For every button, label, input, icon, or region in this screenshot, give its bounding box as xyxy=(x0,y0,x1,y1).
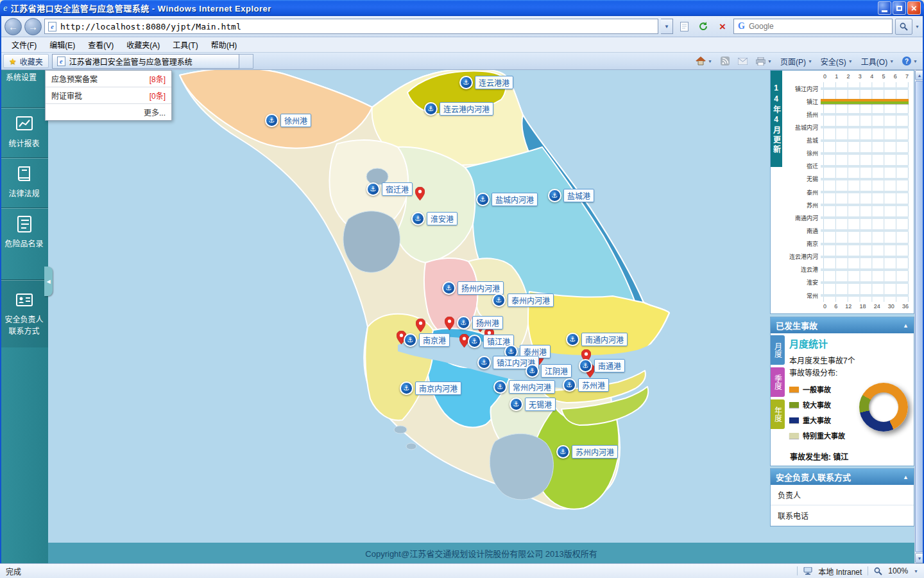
back-button[interactable]: ← xyxy=(4,18,22,35)
port-连云港内河港[interactable]: ⚓连云港内河港 xyxy=(424,102,493,116)
menu-item-E[interactable]: 编辑(E) xyxy=(43,37,81,52)
port-徐州港[interactable]: ⚓徐州港 xyxy=(265,114,311,127)
help-menu-button[interactable]: ?▼ xyxy=(899,54,921,69)
stop-button[interactable]: × xyxy=(714,18,731,35)
zoom-level[interactable]: 100% xyxy=(888,566,908,575)
axis-tick-label: 0 xyxy=(823,303,826,311)
address-field[interactable]: e xyxy=(44,19,658,34)
port-label[interactable]: 常州内河港 xyxy=(509,380,555,394)
contact-row[interactable]: 联系电话 xyxy=(771,505,914,526)
port-label[interactable]: 宿迁港 xyxy=(382,182,413,196)
port-连云港港[interactable]: ⚓连云港港 xyxy=(459,76,513,89)
url-input[interactable] xyxy=(60,22,654,31)
port-泰州内河港[interactable]: ⚓泰州内河港 xyxy=(492,293,554,307)
minimize-button[interactable] xyxy=(878,1,891,15)
port-label[interactable]: 连云港内河港 xyxy=(440,102,493,116)
port-江阴港[interactable]: ⚓江阴港 xyxy=(526,364,572,378)
search-box[interactable]: G xyxy=(733,19,893,34)
port-label[interactable]: 南通港 xyxy=(594,359,625,372)
search-go-button[interactable] xyxy=(895,19,912,35)
port-label[interactable]: 扬州港 xyxy=(472,316,503,329)
port-南通内河港[interactable]: ⚓南通内河港 xyxy=(566,333,628,346)
port-盐城内河港[interactable]: ⚓盐城内河港 xyxy=(476,193,538,206)
port-南京内河港[interactable]: ⚓南京内河港 xyxy=(400,381,461,395)
home-button[interactable]: ▼ xyxy=(692,54,715,69)
accident-panel: 已发生事故 ▲ 月度季度年度 月度统计 本月度发生事故7个 事故等级分布: 一般… xyxy=(770,317,914,466)
sidebar-item-laws[interactable]: 法律法规 xyxy=(0,157,48,207)
browser-tab[interactable]: e 江苏省港口安全监管与应急管理系统 xyxy=(52,54,239,69)
sidebar-item-safety-contact[interactable]: 安全负责人联系方式 xyxy=(0,279,48,347)
safety-menu-button[interactable]: 安全(S)▼ xyxy=(817,54,856,69)
port-苏州内河港[interactable]: ⚓苏州内河港 xyxy=(556,445,618,459)
collapse-up-icon[interactable]: ▲ xyxy=(903,474,909,480)
sidebar-item-dangerous-goods[interactable]: 危险品名录 xyxy=(0,207,48,258)
menu-item-H[interactable]: 帮助(H) xyxy=(205,37,244,52)
port-盐城港[interactable]: ⚓盐城港 xyxy=(548,189,594,202)
menu-item-F[interactable]: 文件(F) xyxy=(5,37,43,52)
contact-panel-header[interactable]: 安全负责人联系方式 ▲ xyxy=(771,469,914,485)
quick-panel-row[interactable]: 应急预案备案[8条] xyxy=(46,71,171,87)
port-label[interactable]: 南通内河港 xyxy=(581,333,628,346)
tools-menu-button[interactable]: 工具(O)▼ xyxy=(858,54,897,69)
accident-tab-month[interactable]: 月度 xyxy=(771,335,785,365)
sidebar-nav: 系统设置统计报表法律法规危险品名录安全负责人联系方式 xyxy=(0,70,48,563)
print-button[interactable]: ▼ xyxy=(753,54,775,69)
chart-row-trackbar xyxy=(821,243,909,245)
feeds-button[interactable] xyxy=(717,54,733,69)
port-扬州港[interactable]: ⚓扬州港 xyxy=(457,316,503,329)
quick-panel-row[interactable]: 附证审批[0条] xyxy=(46,87,171,104)
forward-button[interactable]: → xyxy=(24,18,42,35)
port-label[interactable]: 徐州港 xyxy=(280,114,311,127)
accident-panel-header[interactable]: 已发生事故 ▲ xyxy=(771,317,914,333)
compatibility-view-button[interactable] xyxy=(676,18,692,35)
sidebar-item-system-settings[interactable]: 系统设置 xyxy=(0,70,48,107)
chart-row-track xyxy=(821,108,909,121)
collapse-up-icon[interactable]: ▲ xyxy=(903,322,909,329)
port-label[interactable]: 盐城港 xyxy=(563,189,594,202)
port-label[interactable]: 南京港 xyxy=(419,333,450,347)
menu-item-T[interactable]: 工具(T) xyxy=(166,37,204,52)
port-扬州内河港[interactable]: ⚓扬州内河港 xyxy=(442,281,504,295)
axis-tick-label: 30 xyxy=(888,303,894,311)
port-label[interactable]: 泰州内河港 xyxy=(508,293,554,307)
zoom-dropdown-icon[interactable]: ▼ xyxy=(914,569,918,574)
port-label[interactable]: 淮安港 xyxy=(427,212,458,225)
port-label[interactable]: 南京内河港 xyxy=(415,381,461,395)
port-常州内河港[interactable]: ⚓常州内河港 xyxy=(493,380,555,394)
port-无锡港[interactable]: ⚓无锡港 xyxy=(509,398,556,411)
status-bar: 完成 本地 Intranet 100% ▼ xyxy=(0,563,924,578)
sidebar-item-statistics[interactable]: 统计报表 xyxy=(0,107,48,157)
port-南通港[interactable]: ⚓南通港 xyxy=(579,359,625,372)
menu-item-V[interactable]: 查看(V) xyxy=(81,37,120,52)
port-南京港[interactable]: ⚓南京港 xyxy=(404,333,450,347)
port-label[interactable]: 连云港港 xyxy=(475,76,513,89)
address-dropdown-button[interactable]: ▼ xyxy=(661,19,673,34)
port-label[interactable]: 江阴港 xyxy=(541,364,572,378)
sidebar-collapse-handle[interactable]: ◀ xyxy=(44,267,53,296)
accident-tab-year[interactable]: 年度 xyxy=(771,399,785,429)
close-button[interactable]: × xyxy=(907,1,921,15)
restore-button[interactable] xyxy=(893,1,906,15)
contact-row[interactable]: 负责人 xyxy=(771,485,914,505)
port-label[interactable]: 苏州港 xyxy=(578,378,609,392)
more-link[interactable]: 更多... xyxy=(46,104,171,120)
refresh-button[interactable] xyxy=(695,18,712,35)
search-input[interactable] xyxy=(749,22,888,31)
port-宿迁港[interactable]: ⚓宿迁港 xyxy=(366,182,413,196)
favorites-button[interactable]: ★ 收藏夹 xyxy=(3,54,49,68)
menu-item-A[interactable]: 收藏夹(A) xyxy=(120,37,166,52)
menu-items: 文件(F)编辑(E)查看(V)收藏夹(A)工具(T)帮助(H) xyxy=(5,37,243,52)
new-tab-stub[interactable] xyxy=(239,54,253,69)
port-label[interactable]: 扬州内河港 xyxy=(458,281,504,295)
port-label[interactable]: 盐城内河港 xyxy=(492,193,538,206)
page-menu-button[interactable]: 页面(P)▼ xyxy=(777,54,816,69)
jiangsu-map[interactable]: ⚓连云港港⚓连云港内河港⚓徐州港⚓宿迁港⚓淮安港⚓盐城内河港⚓盐城港⚓扬州内河港… xyxy=(48,70,770,543)
port-label[interactable]: 无锡港 xyxy=(525,398,556,411)
read-mail-button[interactable] xyxy=(735,54,751,69)
port-苏州港[interactable]: ⚓苏州港 xyxy=(563,378,609,392)
accident-tab-quarter[interactable]: 季度 xyxy=(771,367,785,397)
search-options-dropdown[interactable]: ▼ xyxy=(915,24,920,29)
port-淮安港[interactable]: ⚓淮安港 xyxy=(411,212,458,225)
port-label[interactable]: 苏州内河港 xyxy=(572,445,618,459)
chart-row-label: 南通 xyxy=(783,227,821,235)
